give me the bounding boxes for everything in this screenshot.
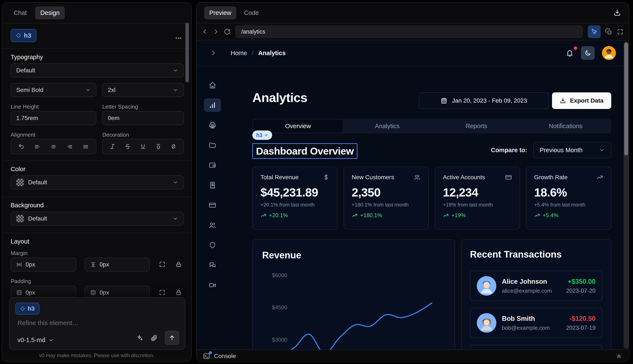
chevron-down-icon bbox=[173, 68, 178, 73]
avatar bbox=[477, 276, 496, 296]
transaction-row[interactable] bbox=[470, 345, 602, 350]
disclaimer-text: v0 may make mistakes. Please use with di… bbox=[2, 352, 191, 358]
chevrons-up-icon[interactable] bbox=[615, 353, 622, 360]
export-data-button[interactable]: Export Data bbox=[552, 92, 611, 109]
sidebar-printer-icon[interactable] bbox=[204, 118, 221, 132]
letter-spacing-input[interactable]: 0em bbox=[102, 111, 184, 125]
transaction-row[interactable]: Alice Johnson alice@example.com +$350.00… bbox=[470, 271, 602, 301]
console-bar[interactable]: Console bbox=[196, 350, 629, 362]
sidebar-wallet-icon[interactable] bbox=[204, 158, 221, 172]
margin-horizontal-icon bbox=[16, 262, 22, 268]
sidebar-credit-card-icon[interactable] bbox=[204, 198, 221, 212]
composer-element-chip[interactable]: h3 bbox=[15, 303, 40, 314]
calendar-icon bbox=[441, 97, 447, 104]
background-label: Background bbox=[11, 202, 44, 209]
refresh-icon[interactable] bbox=[224, 28, 231, 35]
font-family-select[interactable]: Default bbox=[11, 64, 184, 78]
layout-label: Layout bbox=[11, 238, 29, 245]
paperclip-icon[interactable] bbox=[150, 334, 158, 342]
console-label: Console bbox=[214, 353, 236, 360]
tab-chat[interactable]: Chat bbox=[11, 9, 30, 16]
more-menu-icon[interactable] bbox=[175, 34, 182, 42]
decoration-group bbox=[102, 139, 184, 154]
color-select[interactable]: Default bbox=[11, 176, 184, 190]
refine-input[interactable]: Refine this element… bbox=[18, 319, 79, 326]
trending-up-icon bbox=[596, 174, 603, 181]
section-title-selected[interactable]: Dashboard Overview bbox=[252, 143, 357, 159]
avatar bbox=[477, 313, 496, 333]
align-justify-icon[interactable] bbox=[83, 143, 89, 150]
letter-spacing-label: Letter Spacing bbox=[102, 104, 138, 110]
notifications-bell-icon[interactable] bbox=[566, 49, 574, 57]
user-avatar[interactable] bbox=[602, 46, 616, 60]
no-decoration-icon[interactable] bbox=[170, 143, 177, 150]
compare-select[interactable]: Previous Month bbox=[533, 142, 611, 158]
sidebar-home-icon[interactable] bbox=[204, 78, 221, 92]
credit-card-icon bbox=[505, 174, 512, 181]
trending-up-icon bbox=[261, 212, 266, 218]
chevron-down-icon bbox=[173, 180, 178, 185]
preview-scrollbar-thumb[interactable] bbox=[624, 42, 628, 156]
padding-vertical-icon bbox=[90, 290, 96, 296]
sidebar-receipt-icon[interactable] bbox=[204, 178, 221, 192]
margin-y-input[interactable]: 0px bbox=[85, 258, 150, 272]
margin-expand-icon[interactable] bbox=[159, 261, 166, 268]
margin-x-input[interactable]: 0px bbox=[11, 258, 76, 272]
copy-icon[interactable] bbox=[605, 28, 612, 35]
sidebar-shield-icon[interactable] bbox=[204, 238, 221, 252]
sparkles-icon[interactable] bbox=[136, 334, 143, 342]
overline-icon[interactable] bbox=[155, 143, 161, 150]
fullscreen-icon[interactable] bbox=[617, 28, 624, 35]
alignment-label: Alignment bbox=[11, 132, 35, 138]
tab-design[interactable]: Design bbox=[35, 6, 65, 19]
trending-up-icon bbox=[352, 212, 358, 218]
underline-icon[interactable] bbox=[140, 143, 146, 150]
date-range-button[interactable]: Jan 20, 2023 - Feb 09, 2023 bbox=[419, 92, 549, 109]
url-bar[interactable]: /analytics bbox=[235, 25, 583, 38]
breadcrumb-home[interactable]: Home bbox=[231, 50, 247, 56]
align-left-icon[interactable] bbox=[34, 143, 41, 150]
background-select[interactable]: Default bbox=[11, 212, 184, 226]
forward-icon[interactable] bbox=[213, 28, 219, 35]
line-height-input[interactable]: 1.75rem bbox=[11, 111, 96, 125]
tab-code[interactable]: Code bbox=[241, 9, 262, 16]
sidebar-users-icon[interactable] bbox=[204, 218, 221, 232]
model-select[interactable]: v0-1.5-md bbox=[18, 336, 54, 344]
strikethrough-icon[interactable] bbox=[124, 143, 131, 150]
submit-button[interactable] bbox=[165, 331, 179, 345]
sidebar-messages-icon[interactable] bbox=[204, 258, 221, 272]
selected-element-chip[interactable]: h3 bbox=[11, 29, 37, 42]
sidebar-analytics-icon[interactable] bbox=[204, 98, 221, 112]
preview-viewport: Home / Analytics bbox=[196, 40, 629, 350]
app-main: Analytics Jan 20, 2023 - Feb 09, 2023 Ex… bbox=[229, 66, 624, 350]
undo-icon[interactable] bbox=[18, 143, 25, 150]
tab-reports[interactable]: Reports bbox=[432, 122, 521, 130]
font-size-select[interactable]: 2xl bbox=[102, 83, 184, 97]
preview-scrollbar[interactable] bbox=[624, 41, 629, 349]
align-center-icon[interactable] bbox=[50, 143, 57, 150]
margin-label: Margin bbox=[11, 250, 28, 256]
inspect-cursor-button[interactable] bbox=[588, 25, 601, 38]
chevron-down-icon bbox=[173, 216, 178, 222]
font-weight-select[interactable]: Semi Bold bbox=[11, 83, 96, 97]
dark-mode-toggle[interactable] bbox=[581, 46, 595, 60]
back-icon[interactable] bbox=[202, 28, 208, 35]
sidebar-folder-icon[interactable] bbox=[204, 138, 221, 152]
italic-icon[interactable] bbox=[109, 143, 116, 150]
sidebar-video-icon[interactable] bbox=[204, 278, 221, 292]
margin-lock-icon[interactable] bbox=[175, 261, 182, 268]
selection-tag-chip[interactable]: h3 bbox=[252, 130, 272, 140]
tab-preview[interactable]: Preview bbox=[204, 6, 236, 19]
download-icon bbox=[560, 98, 566, 104]
align-right-icon[interactable] bbox=[67, 143, 73, 150]
tab-notifications[interactable]: Notifications bbox=[521, 122, 610, 130]
transaction-row[interactable]: Bob Smith bob@example.com -$120.50 2023-… bbox=[470, 308, 602, 338]
download-icon[interactable] bbox=[613, 9, 621, 16]
left-scrollbar-thumb[interactable] bbox=[185, 23, 189, 82]
padding-lock-icon[interactable] bbox=[175, 289, 182, 296]
sidebar-expand-icon[interactable] bbox=[210, 50, 217, 56]
chevron-down-icon bbox=[264, 133, 268, 137]
padding-expand-icon[interactable] bbox=[159, 289, 166, 296]
tab-analytics[interactable]: Analytics bbox=[343, 122, 432, 130]
preview-panel: Preview Code /analytics Home / Analytics bbox=[196, 2, 629, 362]
